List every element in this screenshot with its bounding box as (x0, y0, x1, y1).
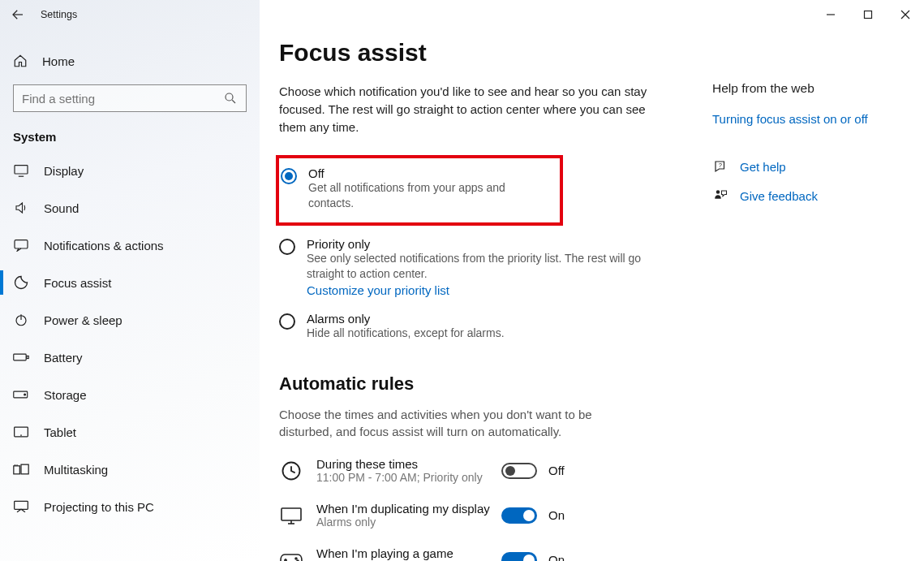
sidebar-item-multitasking[interactable]: Multitasking (0, 451, 260, 488)
close-button[interactable] (887, 0, 924, 29)
sidebar-label: Multitasking (44, 463, 108, 477)
sidebar-label: Display (44, 164, 84, 178)
sidebar-item-sound[interactable]: Sound (0, 189, 260, 227)
maximize-button[interactable] (849, 0, 887, 29)
svg-point-0 (226, 93, 233, 101)
clock-icon (279, 459, 303, 483)
get-help-label: Get help (740, 160, 786, 174)
home-button[interactable]: Home (0, 44, 260, 78)
sidebar-label: Power & sleep (44, 313, 122, 327)
sidebar-label: Tablet (44, 425, 76, 439)
radio-off-sub: Get all notifications from your apps and… (308, 180, 552, 211)
svg-point-28 (295, 558, 297, 559)
sidebar-label: Battery (44, 351, 83, 365)
svg-rect-13 (14, 466, 19, 474)
sidebar-label: Sound (44, 201, 79, 215)
minimize-button[interactable] (812, 0, 849, 29)
radio-priority-sub: See only selected notifications from the… (307, 251, 655, 282)
toggle-playing-game[interactable] (501, 552, 537, 561)
display-icon (13, 164, 29, 177)
radio-off-title: Off (308, 166, 552, 180)
give-feedback-link[interactable]: Give feedback (712, 188, 907, 204)
svg-rect-14 (21, 464, 28, 474)
help-icon: ? (712, 158, 728, 175)
notifications-icon (13, 239, 29, 252)
svg-rect-17 (15, 501, 28, 509)
sidebar-item-storage[interactable]: Storage (0, 376, 260, 413)
battery-icon (13, 352, 29, 363)
sidebar-label: Notifications & actions (44, 239, 164, 252)
page-description: Choose which notification you'd like to … (279, 83, 652, 136)
sidebar-item-battery[interactable]: Battery (0, 339, 260, 376)
page-title: Focus assist (279, 39, 701, 67)
storage-icon (13, 389, 29, 400)
rule-during-times[interactable]: During these times 11:00 PM - 7:00 AM; P… (279, 457, 701, 484)
sound-icon (13, 201, 29, 215)
radio-priority-only[interactable]: Priority only See only selected notifica… (279, 231, 701, 305)
rule-sub: 11:00 PM - 7:00 AM; Priority only (316, 471, 501, 484)
highlight-annotation: Off Get all notifications from your apps… (276, 155, 563, 226)
radio-icon (279, 313, 295, 330)
automatic-rules-heading: Automatic rules (279, 373, 701, 395)
svg-rect-7 (14, 354, 26, 360)
feedback-icon (712, 188, 728, 204)
svg-rect-19 (865, 11, 872, 19)
search-input[interactable] (13, 84, 247, 112)
automatic-rules-description: Choose the times and activities when you… (279, 406, 636, 442)
svg-rect-8 (27, 356, 28, 358)
sidebar-label: Projecting to this PC (44, 500, 154, 514)
svg-point-31 (716, 190, 720, 194)
rule-duplicating-display[interactable]: When I'm duplicating my display Alarms o… (279, 502, 701, 529)
sidebar-item-display[interactable]: Display (0, 152, 260, 189)
projecting-icon (13, 499, 29, 514)
get-help-link[interactable]: ? Get help (712, 158, 907, 175)
gamepad-icon (279, 548, 303, 561)
section-heading: System (0, 112, 260, 152)
radio-alarms-only[interactable]: Alarms only Hide all notifications, exce… (279, 305, 701, 349)
sidebar-item-tablet[interactable]: Tablet (0, 413, 260, 451)
sidebar-item-power[interactable]: Power & sleep (0, 301, 260, 339)
radio-priority-title: Priority only (307, 237, 655, 251)
home-label: Home (42, 54, 75, 68)
window-title: Settings (41, 9, 77, 20)
search-icon (223, 91, 238, 106)
toggle-duplicating-display[interactable] (501, 507, 537, 524)
help-link-focus-assist[interactable]: Turning focus assist on or off (712, 112, 907, 126)
sidebar-item-projecting[interactable]: Projecting to this PC (0, 488, 260, 525)
radio-alarms-title: Alarms only (307, 312, 505, 326)
home-icon (13, 54, 28, 68)
rule-playing-game[interactable]: When I'm playing a game Priority only On (279, 546, 701, 561)
sidebar-label: Storage (44, 388, 87, 402)
rule-title: When I'm duplicating my display (316, 502, 501, 516)
give-feedback-label: Give feedback (740, 189, 818, 203)
multitasking-icon (13, 463, 29, 476)
tablet-icon (13, 425, 29, 438)
svg-rect-23 (281, 508, 301, 520)
radio-off[interactable]: Off Get all notifications from your apps… (281, 160, 552, 219)
svg-point-10 (24, 394, 26, 395)
monitor-icon (279, 503, 303, 528)
radio-alarms-sub: Hide all notifications, except for alarm… (307, 326, 505, 341)
radio-icon (281, 168, 297, 184)
sidebar-item-focus-assist[interactable]: Focus assist (0, 264, 260, 301)
radio-icon (279, 239, 295, 255)
focus-assist-icon (13, 274, 29, 291)
toggle-during-times[interactable] (501, 463, 537, 479)
back-button[interactable] (0, 0, 36, 29)
sidebar-label: Focus assist (44, 276, 111, 290)
toggle-state: Off (548, 464, 565, 477)
rule-title: When I'm playing a game (316, 546, 501, 560)
rule-sub: Alarms only (316, 516, 501, 529)
toggle-state: On (548, 508, 565, 522)
svg-line-1 (232, 100, 235, 103)
power-icon (13, 313, 29, 327)
search-field[interactable] (14, 85, 246, 111)
svg-rect-4 (15, 240, 28, 248)
sidebar-item-notifications[interactable]: Notifications & actions (0, 227, 260, 264)
help-heading: Help from the web (712, 81, 907, 96)
svg-text:?: ? (719, 162, 722, 169)
rule-title: During these times (316, 457, 501, 471)
svg-rect-2 (15, 166, 28, 174)
customize-priority-link[interactable]: Customize your priority list (307, 283, 655, 297)
toggle-state: On (548, 553, 565, 561)
